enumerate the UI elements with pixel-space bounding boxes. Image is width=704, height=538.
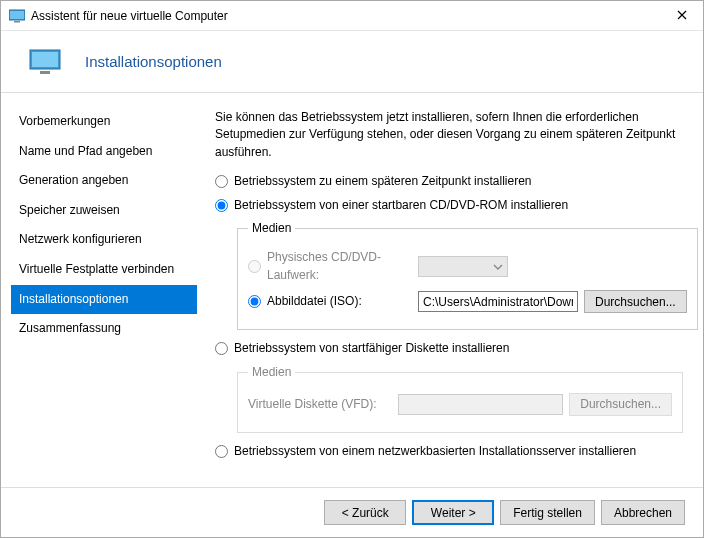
svg-rect-5	[40, 71, 50, 74]
sidebar-item-installationsoptionen[interactable]: Installationsoptionen	[11, 285, 197, 315]
sidebar: Vorbemerkungen Name und Pfad angeben Gen…	[1, 93, 197, 487]
label-install-floppy[interactable]: Betriebssystem von startfähiger Diskette…	[234, 340, 509, 357]
intro-text: Sie können das Betriebssystem jetzt inst…	[215, 109, 683, 161]
floppy-legend: Medien	[248, 364, 295, 381]
label-install-network[interactable]: Betriebssystem von einem netzwerkbasiert…	[234, 443, 636, 460]
window-title: Assistent für neue virtuelle Computer	[31, 9, 669, 23]
close-button[interactable]	[669, 5, 695, 27]
radio-iso-file[interactable]	[248, 295, 261, 308]
svg-rect-2	[14, 21, 20, 23]
radio-install-floppy[interactable]	[215, 342, 228, 355]
titlebar: Assistent für neue virtuelle Computer	[1, 1, 703, 31]
page-title: Installationsoptionen	[85, 53, 222, 70]
header-icon	[29, 46, 61, 78]
label-iso-file[interactable]: Abbilddatei (ISO):	[267, 293, 362, 310]
label-vfd: Virtuelle Diskette (VFD):	[248, 396, 376, 413]
next-button[interactable]: Weiter >	[412, 500, 494, 525]
iso-browse-button[interactable]: Durchsuchen...	[584, 290, 687, 313]
wizard-window: { "window": { "title": "Assistent für ne…	[0, 0, 704, 538]
chevron-down-icon	[493, 262, 503, 272]
sidebar-item-vorbemerkungen[interactable]: Vorbemerkungen	[11, 107, 197, 137]
label-physical-drive: Physisches CD/DVD-Laufwerk:	[267, 249, 418, 284]
app-icon	[9, 8, 25, 24]
wizard-header: Installationsoptionen	[1, 31, 703, 93]
content-area: Sie können das Betriebssystem jetzt inst…	[197, 93, 703, 487]
vfd-browse-button: Durchsuchen...	[569, 393, 672, 416]
sidebar-item-name-pfad[interactable]: Name und Pfad angeben	[11, 137, 197, 167]
sidebar-item-speicher[interactable]: Speicher zuweisen	[11, 196, 197, 226]
sidebar-item-netzwerk[interactable]: Netzwerk konfigurieren	[11, 225, 197, 255]
cddvd-media-group: Medien Physisches CD/DVD-Laufwerk: Abbil…	[237, 220, 698, 330]
svg-rect-1	[10, 11, 24, 19]
back-button[interactable]: < Zurück	[324, 500, 406, 525]
close-icon	[677, 10, 687, 20]
physical-drive-select	[418, 256, 508, 277]
radio-physical-drive	[248, 260, 261, 273]
radio-install-network[interactable]	[215, 445, 228, 458]
wizard-body: Vorbemerkungen Name und Pfad angeben Gen…	[1, 93, 703, 487]
label-install-later[interactable]: Betriebssystem zu einem späteren Zeitpun…	[234, 173, 531, 190]
sidebar-item-generation[interactable]: Generation angeben	[11, 166, 197, 196]
cddvd-legend: Medien	[248, 220, 295, 237]
vfd-path-input	[398, 394, 563, 415]
floppy-media-group: Medien Virtuelle Diskette (VFD): Durchsu…	[237, 364, 683, 433]
label-install-cddvd[interactable]: Betriebssystem von einer startbaren CD/D…	[234, 197, 568, 214]
finish-button[interactable]: Fertig stellen	[500, 500, 595, 525]
iso-path-input[interactable]	[418, 291, 578, 312]
svg-rect-4	[32, 52, 58, 67]
footer: < Zurück Weiter > Fertig stellen Abbrech…	[1, 487, 703, 537]
radio-install-later[interactable]	[215, 175, 228, 188]
radio-install-cddvd[interactable]	[215, 199, 228, 212]
sidebar-item-festplatte[interactable]: Virtuelle Festplatte verbinden	[11, 255, 197, 285]
cancel-button[interactable]: Abbrechen	[601, 500, 685, 525]
sidebar-item-zusammenfassung[interactable]: Zusammenfassung	[11, 314, 197, 344]
